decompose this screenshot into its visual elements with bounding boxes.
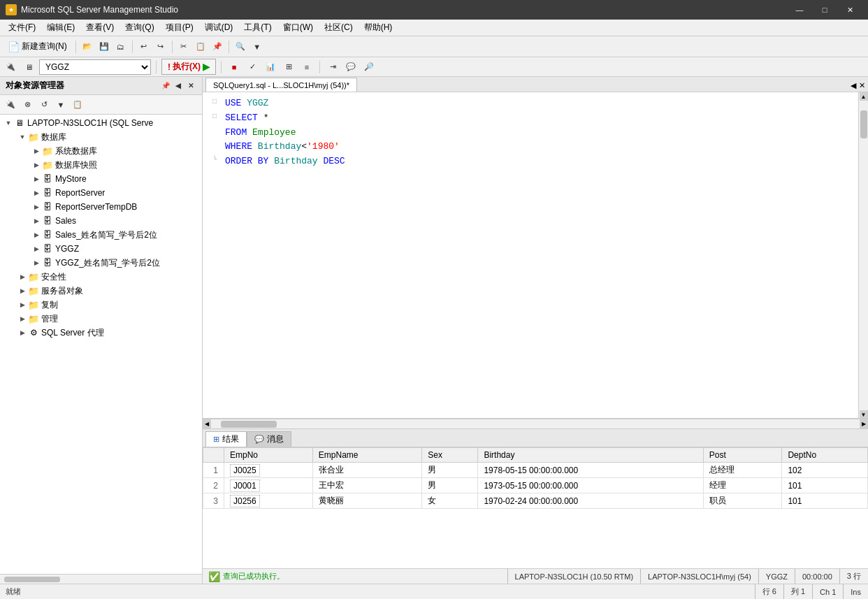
parse-button[interactable]: ✓: [245, 59, 260, 75]
query-tab-1[interactable]: SQLQuery1.sql - L...SLOC1H\myj (54))*: [205, 78, 357, 92]
code-editor[interactable]: □ USE YGGZ □ SELECT * FROM Employee: [203, 92, 858, 419]
menu-window[interactable]: 窗口(W): [277, 20, 319, 35]
code-line-1: □ USE YGGZ: [210, 96, 851, 111]
execute-button[interactable]: ! 执行(X) ▶: [161, 59, 216, 75]
close-button[interactable]: ✕: [837, 0, 862, 20]
report-button[interactable]: 📋: [70, 97, 85, 113]
refresh-button[interactable]: ↺: [36, 97, 52, 113]
find-button[interactable]: 🔍: [233, 39, 248, 55]
tab-close-icon[interactable]: ✕: [859, 81, 865, 90]
menu-query[interactable]: 查询(Q): [120, 20, 159, 35]
tree-sales-ext-node[interactable]: ▶ 🗄 Sales_姓名简写_学号后2位: [0, 228, 202, 242]
connect-object-button[interactable]: 🔌: [3, 97, 18, 113]
cut-button[interactable]: ✂: [176, 39, 191, 55]
results-tab-bar: ⊞ 结果 💬 消息: [203, 429, 868, 447]
tree-mystore-node[interactable]: ▶ 🗄 MyStore: [0, 172, 202, 186]
editor-vscrollbar[interactable]: ▲ ▼: [858, 92, 868, 419]
menu-tools[interactable]: 工具(T): [238, 20, 277, 35]
tree-serverobjects-node[interactable]: ▶ 📁 服务器对象: [0, 284, 202, 298]
menu-community[interactable]: 社区(C): [319, 20, 359, 35]
save-all-button[interactable]: 🗂: [113, 39, 129, 55]
folder-icon: 📁: [28, 131, 39, 143]
menu-file[interactable]: 文件(F): [3, 20, 41, 35]
results-grid[interactable]: EmpNo EmpName Sex Birthday Post DeptNo 1…: [203, 447, 868, 568]
tab-pin-icon[interactable]: ◀: [851, 81, 856, 90]
expand-icon[interactable]: ▼: [3, 117, 14, 129]
tree-management-node[interactable]: ▶ 📁 管理: [0, 312, 202, 326]
tree-reportserver-node[interactable]: ▶ 🗄 ReportServer: [0, 186, 202, 200]
sidebar-hide-button[interactable]: ◀: [173, 80, 184, 92]
bottom-bar: 就绪 行 6 列 1 Ch 1 Ins: [0, 584, 868, 599]
tree-yggz-ext-node[interactable]: ▶ 🗄 YGGZ_姓名简写_学号后2位: [0, 256, 202, 270]
db-icon-btn[interactable]: 🖥: [21, 59, 36, 75]
connect-button[interactable]: 🔌: [3, 59, 18, 75]
row-indicator: 行 6: [755, 584, 783, 600]
tree-snapshot-node[interactable]: ▶ 📁 数据库快照: [0, 158, 202, 172]
redo-button[interactable]: ↪: [153, 39, 168, 55]
db-icon-yggz-ext: 🗄: [42, 257, 53, 268]
gutter-3: [210, 126, 219, 138]
table-row: 1 J0025 张合业 男 1978-05-15 00:00:00.000 总经…: [203, 463, 868, 478]
tree-sales-node[interactable]: ▶ 🗄 Sales: [0, 214, 202, 228]
tree-databases-node[interactable]: ▼ 📁 数据库: [0, 130, 202, 144]
menu-edit[interactable]: 编辑(E): [41, 20, 80, 35]
comment-button[interactable]: 💬: [343, 59, 359, 75]
results-text-button[interactable]: ≡: [299, 59, 314, 75]
zoom-button[interactable]: 🔎: [361, 59, 377, 75]
folder-icon: 📁: [42, 145, 53, 157]
sidebar-close-button[interactable]: ✕: [185, 80, 196, 92]
filter-button[interactable]: ▼: [53, 97, 68, 113]
cell-empname: 张合业: [312, 463, 422, 478]
menu-view[interactable]: 查看(V): [80, 20, 120, 35]
tree-server-node[interactable]: ▼ 🖥 LAPTOP-N3SLOC1H (SQL Serve: [0, 116, 202, 130]
tree-sqlagent-node[interactable]: ▶ ⚙ SQL Server 代理: [0, 326, 202, 340]
copy-button[interactable]: 📋: [193, 39, 208, 55]
security-label: 安全性: [41, 271, 66, 283]
indent-button[interactable]: ⇥: [325, 59, 340, 75]
server-icon: 🖥: [14, 117, 25, 129]
messages-tab[interactable]: 💬 消息: [247, 431, 291, 447]
tree-system-db-node[interactable]: ▶ 📁 系统数据库: [0, 144, 202, 158]
new-query-button[interactable]: 📄 新建查询(N): [3, 38, 72, 55]
menu-project[interactable]: 项目(P): [160, 20, 199, 35]
results-tab[interactable]: ⊞ 结果: [205, 431, 247, 447]
folder-icon-management: 📁: [28, 313, 39, 324]
undo-button[interactable]: ↩: [136, 39, 152, 55]
disconnect-button[interactable]: ⊗: [20, 97, 35, 113]
minimize-button[interactable]: —: [787, 0, 812, 20]
app-icon: ★: [6, 4, 17, 15]
replication-label: 复制: [41, 299, 58, 311]
sales-label: Sales: [55, 216, 76, 226]
open-file-button[interactable]: 📂: [80, 39, 95, 55]
sidebar-pin-button[interactable]: 📌: [160, 80, 171, 92]
maximize-button[interactable]: □: [812, 0, 837, 20]
ch-indicator: Ch 1: [812, 584, 843, 600]
cell-empno: J0025: [224, 463, 313, 478]
status-database: YGGZ: [758, 569, 795, 584]
stop-button[interactable]: ■: [226, 59, 242, 75]
tree-reportservertmpdb-node[interactable]: ▶ 🗄 ReportServerTempDB: [0, 200, 202, 214]
table-row: 2 J0001 王中宏 男 1973-05-15 00:00:00.000 经理…: [203, 478, 868, 493]
editor-hscrollbar[interactable]: ◀ ▶: [203, 419, 868, 428]
tree-yggz-node[interactable]: ▶ 🗄 YGGZ: [0, 242, 202, 256]
results-grid-button[interactable]: ⊞: [281, 59, 296, 75]
db-icon-mystore: 🗄: [42, 173, 53, 185]
serverobjects-label: 服务器对象: [41, 285, 83, 297]
menu-debug[interactable]: 调试(D): [199, 20, 239, 35]
hscroll-thumb[interactable]: [221, 421, 277, 428]
code-line-4: WHERE Birthday<'1980': [210, 140, 851, 154]
vscroll-thumb[interactable]: [860, 110, 867, 138]
tree-security-node[interactable]: ▶ 📁 安全性: [0, 270, 202, 284]
more-button[interactable]: ▼: [249, 39, 265, 55]
databases-expand-icon[interactable]: ▼: [17, 131, 28, 143]
kw-order: ORDER BY: [225, 154, 268, 169]
menu-help[interactable]: 帮助(H): [359, 20, 398, 35]
tree-replication-node[interactable]: ▶ 📁 复制: [0, 298, 202, 312]
database-selector[interactable]: YGGZ: [39, 59, 151, 75]
display-results-button[interactable]: 📊: [263, 59, 278, 75]
save-button[interactable]: 💾: [96, 39, 112, 55]
status-message: 查询已成功执行。: [223, 571, 284, 582]
col-post: Post: [703, 448, 782, 463]
paste-button[interactable]: 📌: [210, 39, 225, 55]
expand-icon-sys[interactable]: ▶: [31, 145, 42, 157]
